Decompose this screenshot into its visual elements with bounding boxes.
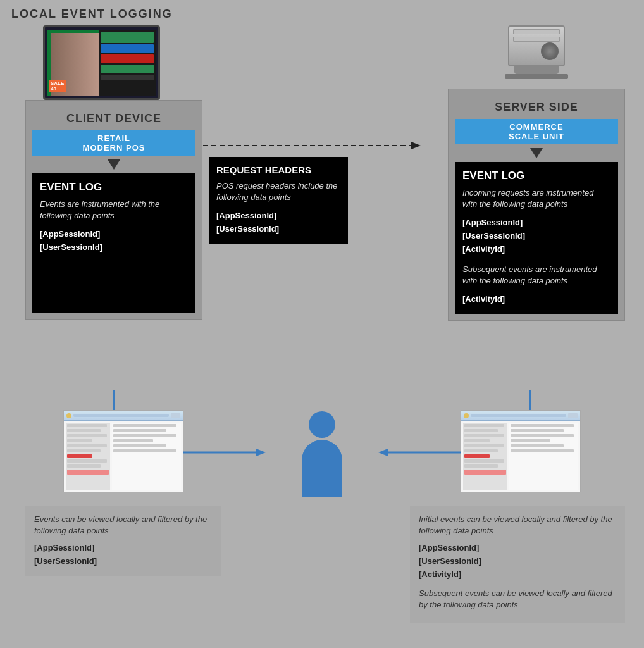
server-event-log-title: EVENT LOG (462, 170, 610, 182)
bottom-left-data: [AppSessionId] [UserSessionId] (34, 542, 213, 568)
client-column: SALE40 CLIENT DEVICE RETAIL MODERN POS E… (25, 25, 202, 320)
request-headers-data: [AppSessionId] [UserSessionId] (216, 209, 340, 236)
bottom-right-panel: Initial events can be viewed locally and… (410, 506, 625, 623)
client-event-log: EVENT LOG Events are instrumented with t… (32, 173, 195, 313)
svg-marker-3 (256, 449, 266, 456)
request-headers-desc: POS request headers include the followin… (216, 180, 340, 203)
bottom-right-data1: [AppSessionId] [UserSessionId] [Activity… (419, 542, 616, 581)
server-event-log: EVENT LOG Incoming requests are instrume… (455, 162, 618, 314)
bottom-right-desc2: Subsequent events can be viewed locally … (419, 588, 616, 611)
page-title: LOCAL EVENT LOGGING (11, 8, 173, 21)
arrow-right-to-person (378, 446, 461, 459)
client-device-box: CLIENT DEVICE RETAIL MODERN POS EVENT LO… (25, 100, 202, 320)
person-head (309, 411, 335, 438)
bottom-left-panel: Events can be viewed locally and filtere… (25, 506, 221, 576)
client-device-label: CLIENT DEVICE (32, 112, 195, 125)
svg-marker-5 (378, 449, 388, 456)
server-event-log-desc2: Subsequent events are instrumented with … (462, 264, 610, 287)
server-device-label: SERVER SIDE (455, 101, 618, 114)
svg-marker-1 (411, 142, 421, 149)
person-body (302, 440, 342, 497)
server-column: SERVER SIDE COMMERCE SCALE UNIT EVENT LO… (448, 25, 625, 321)
arrow-left-to-person (183, 446, 266, 459)
client-event-log-data: [AppSessionId] [UserSessionId] (40, 228, 188, 254)
server-badge: COMMERCE SCALE UNIT (455, 119, 618, 144)
server-device-image (502, 25, 571, 89)
arrow-down-client (108, 159, 120, 170)
request-headers-title: REQUEST HEADERS (216, 165, 340, 175)
screenshot-left-titlebar (64, 411, 183, 421)
arrow-down-server (530, 148, 543, 158)
bottom-right-desc1: Initial events can be viewed locally and… (419, 514, 616, 537)
server-device-box: SERVER SIDE COMMERCE SCALE UNIT EVENT LO… (448, 89, 625, 321)
screenshot-left (63, 410, 183, 492)
client-device-image: SALE40 (43, 25, 160, 100)
bottom-left-desc: Events can be viewed locally and filtere… (34, 514, 213, 537)
server-event-log-data1: [AppSessionId] [UserSessionId] [Activity… (462, 216, 610, 256)
server-event-log-data2: [ActivityId] (462, 293, 610, 306)
request-arrow (187, 138, 433, 154)
client-event-log-desc: Events are instrumented with the followi… (40, 199, 188, 221)
client-event-log-title: EVENT LOG (40, 181, 188, 194)
screenshot-right (461, 410, 581, 492)
screenshot-right-titlebar (461, 411, 580, 421)
request-headers-box: REQUEST HEADERS POS request headers incl… (209, 157, 348, 244)
person-icon (302, 411, 342, 497)
client-badge: RETAIL MODERN POS (32, 130, 195, 156)
server-event-log-desc1: Incoming requests are instrumented with … (462, 187, 610, 210)
